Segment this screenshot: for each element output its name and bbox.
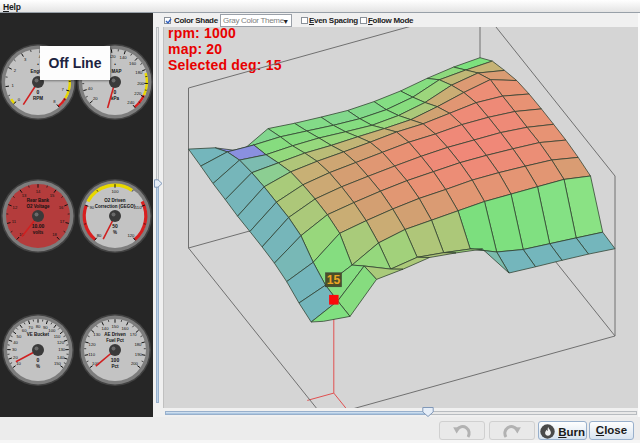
svg-text:O2 Driven: O2 Driven: [104, 198, 126, 203]
svg-text:volts: volts: [33, 230, 44, 235]
svg-text:130: 130: [58, 347, 66, 352]
svg-text:AE Driven: AE Driven: [104, 332, 126, 337]
svg-text:160: 160: [129, 61, 137, 66]
svg-text:20: 20: [13, 355, 18, 360]
svg-text:16: 16: [59, 205, 64, 210]
svg-text:100: 100: [111, 357, 120, 363]
svg-text:70: 70: [28, 325, 33, 330]
svg-text:12: 12: [13, 205, 18, 210]
svg-text:10.00: 10.00: [32, 223, 45, 229]
svg-text:15: 15: [327, 273, 341, 287]
svg-text:30: 30: [12, 347, 17, 352]
svg-text:Rear Bank: Rear Bank: [27, 198, 50, 203]
svg-text:VE Bucket: VE Bucket: [27, 332, 50, 337]
svg-text:18: 18: [52, 232, 57, 237]
svg-text:0: 0: [114, 89, 117, 95]
svg-text:160: 160: [122, 326, 130, 331]
svg-text:40: 40: [88, 86, 93, 91]
svg-text:150: 150: [112, 324, 120, 329]
svg-text:14: 14: [36, 189, 41, 194]
svg-text:40: 40: [13, 340, 18, 345]
svg-text:17: 17: [60, 219, 65, 224]
svg-text:110: 110: [135, 205, 142, 210]
svg-text:11: 11: [12, 219, 17, 224]
svg-text:120: 120: [57, 340, 65, 345]
svg-text:0: 0: [37, 357, 40, 363]
svg-text:50: 50: [112, 223, 118, 229]
svg-text:80: 80: [36, 324, 41, 329]
svg-text:15: 15: [50, 193, 55, 198]
svg-text:140: 140: [57, 355, 65, 360]
svg-text:• MAP: • MAP: [109, 69, 122, 74]
svg-text:180: 180: [135, 70, 143, 75]
svg-text:O2 Voltage: O2 Voltage: [26, 204, 50, 209]
svg-text:kPa: kPa: [111, 96, 120, 101]
svg-text:RPM: RPM: [33, 96, 43, 101]
svg-text:80: 80: [97, 233, 102, 238]
svg-text:0: 0: [37, 89, 40, 95]
svg-text:100: 100: [112, 189, 120, 194]
svg-text:Correction (GEGO): Correction (GEGO): [95, 204, 136, 209]
svg-text:240: 240: [127, 100, 135, 105]
svg-text:190: 190: [135, 352, 143, 357]
svg-text:%: %: [36, 364, 40, 369]
svg-text:140: 140: [102, 326, 110, 331]
svg-text:130: 130: [93, 332, 101, 337]
svg-text:120: 120: [89, 342, 97, 347]
svg-text:200: 200: [131, 361, 139, 366]
svg-text:120: 120: [127, 233, 135, 238]
svg-text:180: 180: [134, 342, 142, 347]
svg-text:Pct: Pct: [111, 364, 119, 369]
svg-text:170: 170: [130, 332, 138, 337]
svg-text:220: 220: [134, 91, 142, 96]
svg-text:140: 140: [120, 55, 128, 60]
svg-text:%: %: [113, 230, 117, 235]
svg-text:50: 50: [17, 334, 22, 339]
svg-text:150: 150: [54, 361, 62, 366]
svg-text:110: 110: [88, 352, 95, 357]
svg-text:20: 20: [93, 96, 98, 101]
svg-text:Fuel Pct: Fuel Pct: [106, 338, 124, 343]
svg-text:200: 200: [137, 81, 145, 86]
svg-text:110: 110: [54, 334, 61, 339]
